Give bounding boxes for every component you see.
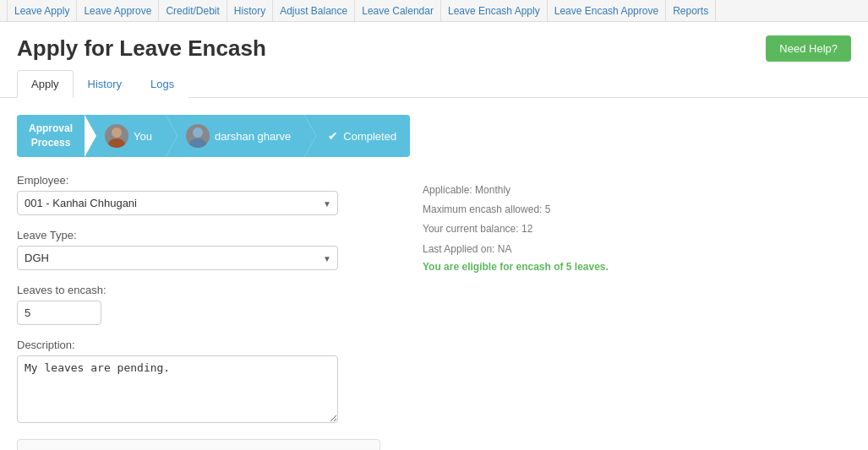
form-area: Employee: 001 - Kanhai Chhugani Leave Ty… bbox=[17, 174, 389, 450]
page-title: Apply for Leave Encash bbox=[17, 35, 266, 62]
approval-step-completed: ✔ Completed bbox=[304, 115, 410, 157]
leave-type-select-wrapper: DGH bbox=[17, 246, 338, 270]
leave-type-group: Leave Type: DGH bbox=[17, 229, 389, 270]
form-info-row: Employee: 001 - Kanhai Chhugani Leave Ty… bbox=[17, 174, 851, 450]
completed-label: Completed bbox=[343, 130, 396, 143]
tab-logs[interactable]: Logs bbox=[136, 70, 188, 98]
approval-step-darshan: darshan gharve bbox=[166, 115, 304, 157]
page-header: Apply for Leave Encash Need Help? bbox=[0, 22, 868, 70]
employee-label: Employee: bbox=[17, 174, 389, 187]
info-max-allowed: Maximum encash allowed: 5 bbox=[423, 202, 851, 218]
info-area: Applicable: Monthly Maximum encash allow… bbox=[423, 174, 851, 450]
svg-point-0 bbox=[112, 127, 122, 138]
tab-apply[interactable]: Apply bbox=[17, 70, 74, 98]
employee-select[interactable]: 001 - Kanhai Chhugani bbox=[17, 191, 338, 215]
nav-item-leave-encash-approve[interactable]: Leave Encash Approve bbox=[548, 0, 666, 22]
step-you-label: You bbox=[134, 130, 152, 143]
approval-step-you: You bbox=[85, 115, 166, 157]
top-nav: Leave ApplyLeave ApproveCredit/DebitHist… bbox=[0, 0, 868, 22]
info-last-applied: Last Applied on: NA bbox=[423, 241, 851, 258]
tabs: Apply History Logs bbox=[17, 70, 851, 97]
nav-item-history[interactable]: History bbox=[227, 0, 273, 22]
leaves-encash-label: Leaves to encash: bbox=[17, 284, 389, 296]
nav-item-leave-calendar[interactable]: Leave Calendar bbox=[355, 0, 441, 22]
leaves-encash-group: Leaves to encash: bbox=[17, 284, 389, 325]
svg-point-2 bbox=[193, 127, 203, 138]
nav-item-adjust-balance[interactable]: Adjust Balance bbox=[273, 0, 355, 22]
avatar-you bbox=[105, 124, 128, 148]
approval-label: ApprovalProcess bbox=[17, 115, 85, 157]
description-group: Description: My leaves are pending. bbox=[17, 339, 389, 426]
nav-item-credit-debit[interactable]: Credit/Debit bbox=[159, 0, 227, 22]
info-eligibility: You are eligible for encash of 5 leaves. bbox=[423, 261, 851, 273]
description-textarea[interactable]: My leaves are pending. bbox=[17, 355, 338, 423]
leaves-encash-input[interactable] bbox=[17, 301, 101, 325]
nav-item-leave-encash-apply[interactable]: Leave Encash Apply bbox=[441, 0, 548, 22]
action-bar: Apply Cancel bbox=[17, 439, 380, 450]
leave-type-select[interactable]: DGH bbox=[17, 246, 338, 270]
avatar-darshan bbox=[186, 124, 210, 148]
need-help-button[interactable]: Need Help? bbox=[766, 35, 851, 62]
nav-item-reports[interactable]: Reports bbox=[666, 0, 716, 22]
tab-history[interactable]: History bbox=[74, 70, 136, 98]
leave-type-label: Leave Type: bbox=[17, 229, 389, 241]
tabs-container: Apply History Logs bbox=[0, 70, 868, 98]
employee-group: Employee: 001 - Kanhai Chhugani bbox=[17, 174, 389, 215]
description-label: Description: bbox=[17, 339, 389, 351]
employee-select-wrapper: 001 - Kanhai Chhugani bbox=[17, 191, 338, 215]
svg-point-3 bbox=[189, 138, 206, 148]
svg-point-1 bbox=[108, 138, 125, 148]
nav-item-leave-apply[interactable]: Leave Apply bbox=[7, 0, 77, 22]
info-applicable: Applicable: Monthly bbox=[423, 182, 851, 198]
info-current-balance: Your current balance: 12 bbox=[423, 221, 851, 237]
nav-item-leave-approve[interactable]: Leave Approve bbox=[77, 0, 159, 22]
main-content: ApprovalProcess You darshan gharve ✔ Com… bbox=[0, 98, 868, 450]
approval-process: ApprovalProcess You darshan gharve ✔ Com… bbox=[17, 115, 851, 157]
step-darshan-label: darshan gharve bbox=[215, 130, 291, 143]
check-icon: ✔ bbox=[328, 129, 338, 143]
